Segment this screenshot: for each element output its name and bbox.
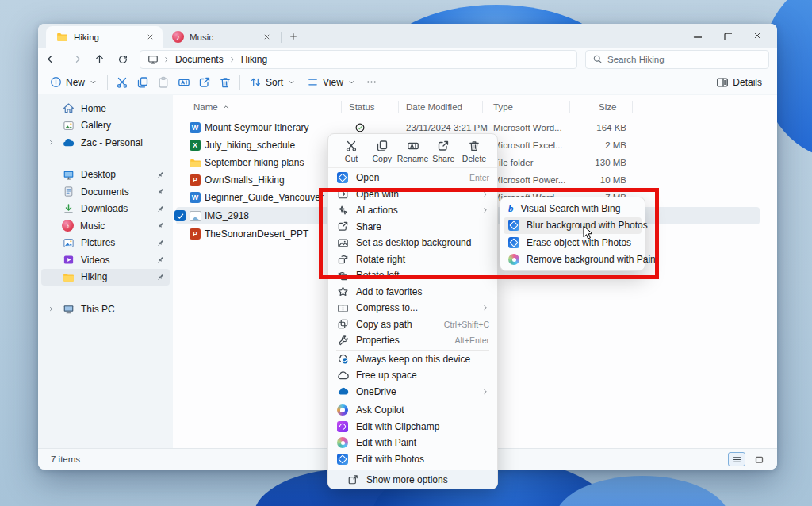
sort-label: Sort — [266, 77, 283, 88]
menu-item-always-keep-on-device[interactable]: Always keep on this device — [328, 351, 497, 368]
forward-button[interactable] — [65, 50, 86, 69]
sidebar-item-home[interactable]: Home — [41, 100, 170, 117]
sidebar-item-label: Documents — [81, 186, 150, 197]
cloud-icon — [336, 369, 349, 381]
submenu-arrow-icon — [481, 388, 489, 396]
copy-path-icon — [336, 318, 349, 331]
pin-icon — [156, 171, 165, 179]
column-header-name[interactable]: Name — [193, 102, 230, 112]
column-header-date-modified[interactable]: Date Modified — [406, 102, 462, 112]
sidebar-item-documents[interactable]: Documents — [41, 183, 170, 201]
menu-item-add-to-favorites[interactable]: Add to favorites — [328, 284, 497, 301]
refresh-button[interactable] — [113, 50, 133, 69]
sidebar-item-downloads[interactable]: Downloads — [41, 201, 170, 218]
rename-button[interactable]: Rename — [398, 140, 428, 163]
column-headers: Name Status Date Modified Type Size — [173, 97, 777, 117]
menu-separator — [336, 350, 489, 351]
menu-item-edit-with-clipchamp[interactable]: Edit with Clipchamp — [328, 419, 497, 435]
sidebar-item-pictures[interactable]: Pictures — [41, 235, 170, 252]
file-name: TheSonoranDesert_PPT — [205, 228, 308, 240]
checkbox-checked[interactable] — [174, 210, 186, 221]
menu-item-edit-with-paint[interactable]: Edit with Paint — [328, 435, 497, 451]
breadcrumb[interactable]: Documents Hiking — [140, 50, 577, 69]
menu-item-onedrive[interactable]: OneDrive — [328, 384, 497, 401]
file-size: 130 MB — [541, 158, 626, 167]
menu-item-free-up-space[interactable]: Free up space — [328, 367, 497, 384]
minimize-button[interactable] — [682, 25, 712, 47]
cut-button[interactable] — [112, 72, 132, 93]
sidebar-item-onedrive-personal[interactable]: Zac - Personal — [41, 134, 170, 151]
delete-button[interactable] — [215, 72, 236, 93]
sidebar-item-gallery[interactable]: Gallery — [41, 117, 170, 135]
new-tab-button[interactable] — [285, 28, 302, 45]
command-toolbar: New Sort View — [38, 71, 777, 94]
share-button[interactable] — [194, 72, 215, 93]
sidebar-item-label: This PC — [81, 304, 165, 315]
search-placeholder: Search Hiking — [607, 55, 665, 64]
close-button[interactable] — [742, 25, 772, 47]
column-header-status[interactable]: Status — [349, 102, 375, 112]
breadcrumb-documents[interactable]: Documents — [174, 54, 225, 65]
media-player-icon: ♪ — [172, 31, 184, 43]
sidebar-item-label: Desktop — [81, 169, 150, 180]
sidebar-item-videos[interactable]: Videos — [41, 251, 170, 269]
pin-icon — [156, 187, 165, 196]
properties-icon — [336, 334, 349, 347]
menu-item-edit-with-photos[interactable]: Edit with Photos — [328, 451, 497, 468]
music-icon: ♪ — [62, 220, 74, 232]
copy-button[interactable]: Copy — [367, 140, 397, 163]
sidebar-item-music[interactable]: ♪ Music — [41, 217, 170, 235]
delete-button[interactable]: Delete — [459, 140, 489, 163]
sidebar-item-this-pc[interactable]: This PC — [41, 301, 170, 318]
sidebar-item-hiking[interactable]: Hiking — [41, 269, 170, 286]
pin-icon — [156, 255, 165, 264]
menu-item-show-more-options[interactable]: Show more options — [328, 470, 497, 489]
sidebar-item-desktop[interactable]: Desktop — [41, 167, 170, 184]
more-options-button[interactable] — [362, 72, 382, 93]
paste-button[interactable] — [153, 72, 174, 93]
tab-hiking[interactable]: Hiking — [46, 26, 163, 48]
sidebar-item-label: Videos — [81, 255, 150, 266]
onedrive-cloud-icon — [62, 136, 75, 149]
cut-button[interactable]: Cut — [336, 140, 366, 163]
column-header-size[interactable]: Size — [599, 102, 616, 112]
menu-item-ask-copilot[interactable]: Ask Copilot — [328, 402, 497, 419]
details-pane-button[interactable]: Details — [710, 72, 768, 93]
pin-icon — [156, 221, 165, 230]
sidebar-item-label: Home — [81, 103, 165, 114]
chevron-down-icon — [347, 78, 356, 86]
sort-button[interactable]: Sort — [244, 72, 301, 93]
address-bar: Documents Hiking Search Hiking — [38, 48, 777, 71]
rename-button[interactable] — [174, 72, 194, 93]
cloud-check-icon — [336, 353, 349, 366]
breadcrumb-hiking[interactable]: Hiking — [239, 54, 269, 65]
view-label: View — [323, 77, 343, 88]
share-button[interactable]: Share — [428, 140, 458, 163]
back-button[interactable] — [41, 50, 62, 69]
menu-item-copy-as-path[interactable]: Copy as path Ctrl+Shift+C — [328, 316, 497, 333]
large-icons-view-toggle[interactable] — [750, 452, 768, 466]
copy-button[interactable] — [132, 72, 153, 93]
column-header-type[interactable]: Type — [493, 102, 513, 112]
search-input[interactable]: Search Hiking — [585, 50, 769, 69]
menu-item-open[interactable]: Open Enter — [328, 170, 497, 186]
tab-divider — [281, 32, 282, 43]
new-button[interactable]: New — [44, 72, 103, 93]
tab-label: Music — [190, 33, 255, 42]
maximize-button[interactable] — [712, 25, 742, 47]
new-label: New — [66, 77, 85, 88]
file-name: September hiking plans — [205, 157, 304, 168]
tab-close-icon[interactable] — [260, 31, 273, 44]
menu-item-compress-to[interactable]: Compress to... — [328, 300, 497, 316]
file-name: Beginner_Guide_Vancouver — [205, 192, 324, 203]
tab-music[interactable]: ♪ Music — [163, 26, 279, 48]
file-name: IMG_2918 — [205, 210, 249, 221]
tab-label: Hiking — [74, 33, 138, 42]
up-button[interactable] — [89, 50, 109, 69]
highlight-rectangle — [319, 188, 659, 279]
view-button[interactable]: View — [301, 72, 362, 93]
menu-item-properties[interactable]: Properties Alt+Enter — [328, 332, 497, 349]
details-view-toggle[interactable] — [728, 452, 745, 466]
tab-close-icon[interactable] — [144, 31, 156, 44]
pin-icon — [156, 239, 165, 247]
